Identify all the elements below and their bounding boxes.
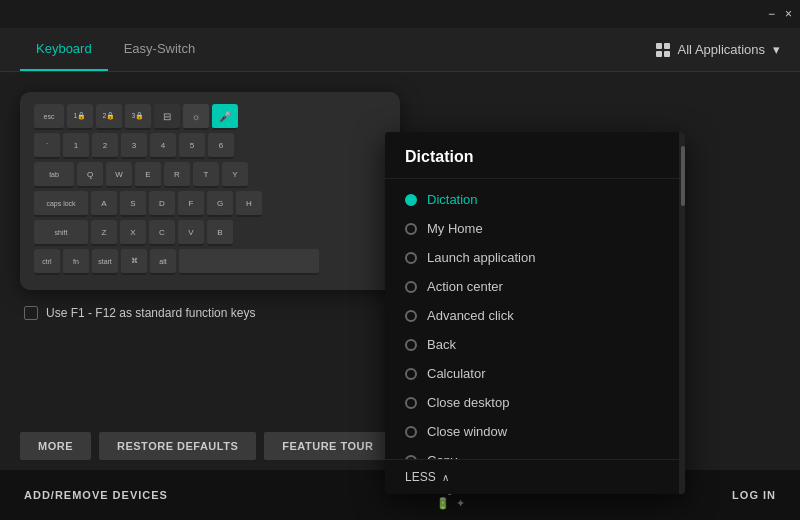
add-remove-devices-button[interactable]: ADD/REMOVE DEVICES <box>24 489 168 501</box>
f5-key: ☼ <box>183 104 209 130</box>
f-key: F <box>178 191 204 217</box>
more-button[interactable]: MORE <box>20 432 91 460</box>
radio-circle <box>405 368 417 380</box>
dropdown-item[interactable]: Launch application <box>385 243 685 272</box>
dropdown-item[interactable]: Back <box>385 330 685 359</box>
f6-key: 🎤 <box>212 104 238 130</box>
dictation-dropdown: Dictation DictationMy HomeLaunch applica… <box>385 132 685 494</box>
title-bar: − × <box>0 0 800 28</box>
dropdown-item[interactable]: Close desktop <box>385 388 685 417</box>
app-header: Keyboard Easy-Switch All Applications ▾ <box>0 28 800 72</box>
tab-keyboard[interactable]: Keyboard <box>20 28 108 71</box>
radio-circle <box>405 310 417 322</box>
g-key: G <box>207 191 233 217</box>
dropdown-item[interactable]: Close window <box>385 417 685 446</box>
t-key: T <box>193 162 219 188</box>
dropdown-item[interactable]: Calculator <box>385 359 685 388</box>
s-key: S <box>120 191 146 217</box>
y-key: Y <box>222 162 248 188</box>
dropdown-item[interactable]: Action center <box>385 272 685 301</box>
start-key: start <box>92 249 118 275</box>
scroll-thumb <box>681 146 685 206</box>
grave-key: ` <box>34 133 60 159</box>
chevron-up-icon: ∧ <box>442 472 449 483</box>
f4-key: ⊟ <box>154 104 180 130</box>
key-6: 6 <box>208 133 234 159</box>
key-1: 1 <box>63 133 89 159</box>
esc-key: esc <box>34 104 64 130</box>
radio-circle <box>405 339 417 351</box>
r-key: R <box>164 162 190 188</box>
fn-key: fn <box>63 249 89 275</box>
app-selector[interactable]: All Applications ▾ <box>656 42 780 57</box>
q-key: Q <box>77 162 103 188</box>
tab-key: tab <box>34 162 74 188</box>
d-key: D <box>149 191 175 217</box>
main-content: esc 1🔒 2🔒 3🔒 ⊟ ☼ 🎤 ` 1 2 3 4 5 6 tab <box>0 72 800 470</box>
asdf-row: caps lock A S D F G H <box>34 191 386 217</box>
dropdown-item-label: Dictation <box>427 192 478 207</box>
feature-tour-button[interactable]: FEATURE TOUR <box>264 432 391 460</box>
radio-circle <box>405 455 417 460</box>
tab-bar: Keyboard Easy-Switch <box>20 28 211 71</box>
w-key: W <box>106 162 132 188</box>
shift-key: shift <box>34 220 88 246</box>
dropdown-item[interactable]: Dictation <box>385 185 685 214</box>
key-4: 4 <box>150 133 176 159</box>
log-in-button[interactable]: LOG IN <box>732 489 776 501</box>
b-key: B <box>207 220 233 246</box>
scroll-track <box>679 132 685 494</box>
bottom-row: ctrl fn start ⌘ alt <box>34 249 386 275</box>
key-3: 3 <box>121 133 147 159</box>
f1-key: 1🔒 <box>67 104 93 130</box>
dropdown-item[interactable]: My Home <box>385 214 685 243</box>
ctrl-key: ctrl <box>34 249 60 275</box>
alt-key: alt <box>150 249 176 275</box>
fn-key-row: esc 1🔒 2🔒 3🔒 ⊟ ☼ 🎤 <box>34 104 386 130</box>
radio-circle <box>405 426 417 438</box>
dropdown-item-label: My Home <box>427 221 483 236</box>
battery-icon: 🔋 <box>436 497 450 510</box>
dropdown-item-label: Close desktop <box>427 395 509 410</box>
tab-easyswitch[interactable]: Easy-Switch <box>108 28 212 71</box>
dropdown-list[interactable]: DictationMy HomeLaunch applicationAction… <box>385 179 685 459</box>
f3-key: 3🔒 <box>125 104 151 130</box>
capslock-key: caps lock <box>34 191 88 217</box>
radio-circle <box>405 397 417 409</box>
v-key: V <box>178 220 204 246</box>
zxcv-row: shift Z X C V B <box>34 220 386 246</box>
device-icons: 🔋 ✦ <box>168 497 732 510</box>
dropdown-item-label: Copy <box>427 453 457 459</box>
keyboard-visual: esc 1🔒 2🔒 3🔒 ⊟ ☼ 🎤 ` 1 2 3 4 5 6 tab <box>20 92 400 290</box>
minimize-button[interactable]: − <box>768 7 775 21</box>
fn-keys-checkbox[interactable] <box>24 306 38 320</box>
number-row: ` 1 2 3 4 5 6 <box>34 133 386 159</box>
dropdown-item[interactable]: Copy <box>385 446 685 459</box>
key-2: 2 <box>92 133 118 159</box>
f2-key: 2🔒 <box>96 104 122 130</box>
grid-icon <box>656 43 670 57</box>
radio-circle <box>405 223 417 235</box>
restore-defaults-button[interactable]: RESTORE DEFAULTS <box>99 432 256 460</box>
dropdown-item-label: Calculator <box>427 366 486 381</box>
x-key: X <box>120 220 146 246</box>
z-key: Z <box>91 220 117 246</box>
fn-keys-checkbox-area: Use F1 - F12 as standard function keys <box>24 306 255 320</box>
a-key: A <box>91 191 117 217</box>
dropdown-item-label: Advanced click <box>427 308 514 323</box>
radio-circle <box>405 252 417 264</box>
h-key: H <box>236 191 262 217</box>
dropdown-item[interactable]: Advanced click <box>385 301 685 330</box>
dropdown-less-button[interactable]: LESS ∧ <box>385 459 685 494</box>
fn-keys-label: Use F1 - F12 as standard function keys <box>46 306 255 320</box>
radio-circle <box>405 194 417 206</box>
close-button[interactable]: × <box>785 7 792 21</box>
key-5: 5 <box>179 133 205 159</box>
dropdown-item-label: Launch application <box>427 250 535 265</box>
cmd-key: ⌘ <box>121 249 147 275</box>
bluetooth-icon: ✦ <box>456 497 465 510</box>
dropdown-item-label: Close window <box>427 424 507 439</box>
e-key: E <box>135 162 161 188</box>
qwerty-row: tab Q W E R T Y <box>34 162 386 188</box>
space-key <box>179 249 319 275</box>
